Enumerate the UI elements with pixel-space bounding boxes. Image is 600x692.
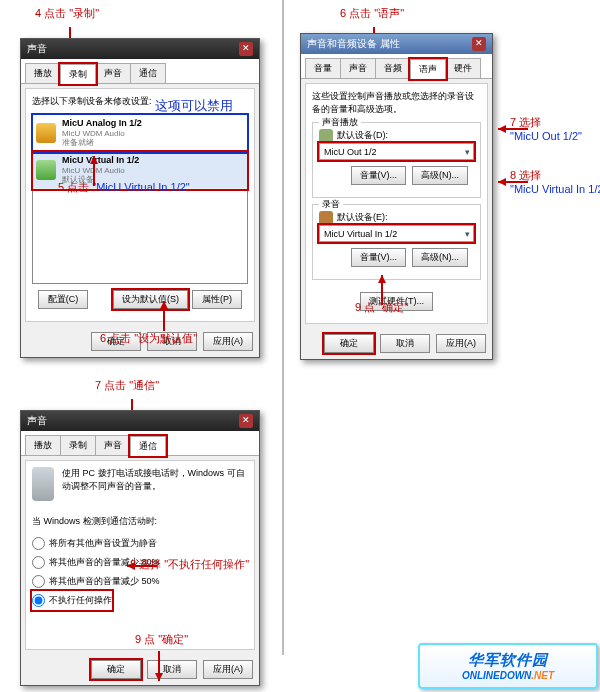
logo-en: ONLINEDOWN.NET	[462, 670, 554, 681]
btn-properties[interactable]: 属性(P)	[192, 290, 242, 309]
radio-input[interactable]	[32, 556, 45, 569]
tab-record[interactable]: 录制	[60, 64, 96, 84]
phone-icon	[32, 467, 54, 501]
btn-apply[interactable]: 应用(A)	[203, 660, 253, 679]
tab-playback[interactable]: 播放	[25, 63, 61, 83]
titlebar[interactable]: 声音 ✕	[21, 39, 259, 59]
tab-volume[interactable]: 音量	[305, 58, 341, 78]
device-icon	[36, 160, 56, 180]
btn-apply[interactable]: 应用(A)	[436, 334, 486, 353]
playback-group: 声音播放 默认设备(D): MicU Out 1/2 音量(V)... 高级(N…	[312, 122, 481, 198]
btn-volume[interactable]: 音量(V)...	[351, 166, 407, 185]
close-icon[interactable]: ✕	[472, 37, 486, 51]
tab-comm[interactable]: 通信	[130, 63, 166, 83]
group-title: 声音播放	[319, 116, 361, 129]
tab-hw[interactable]: 硬件	[445, 58, 481, 78]
arrow-6l	[160, 301, 168, 309]
dialog-body: 这些设置控制声音播放或您选择的录音设备的音量和高级选项。 声音播放 默认设备(D…	[305, 83, 488, 324]
tab-sounds[interactable]: 声音	[340, 58, 376, 78]
tab-comm[interactable]: 通信	[130, 436, 166, 456]
annotation-6l: 6 点击 "设为默认值"	[100, 331, 197, 346]
tab-audio[interactable]: 音频	[375, 58, 411, 78]
radio-50[interactable]: 将其他声音的音量减少 50%	[32, 572, 248, 591]
device-state: 准备就绪	[62, 138, 142, 148]
dialog-buttons: 确定 取消 应用(A)	[301, 328, 492, 359]
radio-input[interactable]	[32, 575, 45, 588]
radio-none[interactable]: 不执行任何操作	[32, 591, 112, 610]
btn-volume[interactable]: 音量(V)...	[351, 248, 407, 267]
annotation-6r: 6 点击 "语声"	[340, 6, 404, 21]
tabs-row: 播放 录制 声音 通信	[21, 431, 259, 456]
device-sub: MicU WDM Audio	[62, 129, 142, 139]
record-group: 录音 默认设备(E): MicU Virtual In 1/2 音量(V)...…	[312, 204, 481, 280]
list-item[interactable]: MicU Analog In 1/2 MicU WDM Audio 准备就绪	[33, 115, 247, 152]
desc-text: 这些设置控制声音播放或您选择的录音设备的音量和高级选项。	[312, 90, 481, 116]
title-text: 声音	[27, 42, 47, 56]
close-icon[interactable]: ✕	[239, 42, 253, 56]
titlebar[interactable]: 声音和音频设备 属性 ✕	[301, 34, 492, 54]
annotation-8l: 8 选择 "不执行任何操作"	[130, 557, 249, 572]
tabs-row: 播放 录制 声音 通信	[21, 59, 259, 84]
close-icon[interactable]: ✕	[239, 414, 253, 428]
annotation-8r: 8 选择"MicU Virtual In 1/2"	[510, 168, 600, 197]
arrow-8r	[498, 178, 506, 186]
arrow-5	[90, 156, 98, 164]
tab-sounds[interactable]: 声音	[95, 63, 131, 83]
device-sub: MicU WDM Audio	[62, 166, 139, 176]
question-text: 当 Windows 检测到通信活动时:	[32, 515, 248, 528]
mic-icon	[319, 211, 333, 225]
tabs-row: 音量 声音 音频 语声 硬件	[301, 54, 492, 79]
tab-record[interactable]: 录制	[60, 435, 96, 455]
btn-advanced[interactable]: 高级(N)...	[412, 248, 468, 267]
annotation-7r: 7 选择"MicU Out 1/2"	[510, 115, 582, 144]
device-icon	[36, 123, 56, 143]
desc-text: 使用 PC 拨打电话或接电话时，Windows 可自动调整不同声音的音量。	[62, 467, 248, 495]
dialog-buttons: 确定 取消 应用(A)	[21, 654, 259, 685]
annotation-disable: 这项可以禁用	[155, 97, 233, 115]
radio-input[interactable]	[32, 537, 45, 550]
annotation-7l: 7 点击 "通信"	[95, 378, 159, 393]
dialog-body: 选择以下录制设备来修改设置: MicU Analog In 1/2 MicU W…	[25, 88, 255, 322]
btn-apply[interactable]: 应用(A)	[203, 332, 253, 351]
sound-dialog-record: 声音 ✕ 播放 录制 声音 通信 选择以下录制设备来修改设置: MicU Ana…	[20, 38, 260, 358]
btn-set-default[interactable]: 设为默认值(S)	[113, 290, 188, 309]
btn-advanced[interactable]: 高级(N)...	[412, 166, 468, 185]
annotation-5: 5 点击 "MicU Virtual In 1/2"	[58, 180, 190, 195]
vertical-divider	[282, 0, 284, 655]
arrow-9l	[155, 673, 163, 681]
radio-input[interactable]	[32, 594, 45, 607]
annotation-9l: 9 点 "确定"	[135, 632, 188, 647]
group-title: 录音	[319, 198, 343, 211]
annotation-4: 4 点击 "录制"	[35, 6, 99, 21]
logo-cn: 华军软件园	[468, 651, 548, 670]
playback-device-dropdown[interactable]: MicU Out 1/2	[319, 143, 474, 160]
titlebar[interactable]: 声音 ✕	[21, 411, 259, 431]
onlinedown-logo: 华军软件园 ONLINEDOWN.NET	[418, 643, 598, 689]
title-text: 声音和音频设备 属性	[307, 37, 400, 51]
btn-ok[interactable]: 确定	[91, 660, 141, 679]
arrow-7r	[498, 125, 506, 133]
btn-ok[interactable]: 确定	[324, 334, 374, 353]
field-label: 默认设备(D):	[337, 130, 388, 140]
speaker-icon	[319, 129, 333, 143]
arrow-9r	[378, 275, 386, 283]
radio-mute[interactable]: 将所有其他声音设置为静音	[32, 534, 248, 553]
tab-sounds[interactable]: 声音	[95, 435, 131, 455]
device-name: MicU Virtual In 1/2	[62, 155, 139, 166]
field-label: 默认设备(E):	[337, 212, 388, 222]
btn-configure[interactable]: 配置(C)	[38, 290, 88, 309]
tab-voice[interactable]: 语声	[410, 59, 446, 79]
dialog-body: 使用 PC 拨打电话或接电话时，Windows 可自动调整不同声音的音量。 当 …	[25, 460, 255, 650]
record-device-dropdown[interactable]: MicU Virtual In 1/2	[319, 225, 474, 242]
title-text: 声音	[27, 414, 47, 428]
tab-playback[interactable]: 播放	[25, 435, 61, 455]
btn-cancel[interactable]: 取消	[380, 334, 430, 353]
device-name: MicU Analog In 1/2	[62, 118, 142, 129]
device-listbox[interactable]: MicU Analog In 1/2 MicU WDM Audio 准备就绪 M…	[32, 114, 248, 284]
